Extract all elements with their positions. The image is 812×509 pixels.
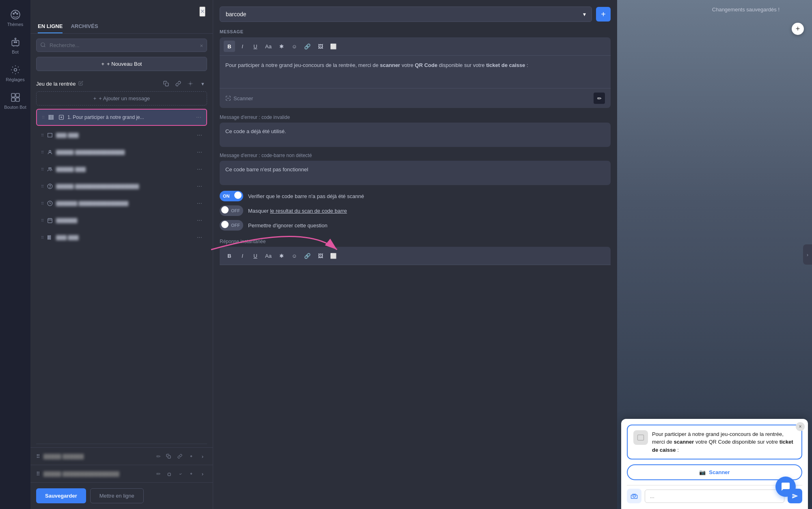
r-underline-button[interactable]: U bbox=[250, 250, 261, 261]
toggle2-switch[interactable]: OFF bbox=[220, 205, 243, 216]
panel-close-button[interactable]: × bbox=[199, 6, 205, 17]
tab-online[interactable]: EN LIGNE bbox=[38, 20, 63, 33]
toggle1-switch[interactable]: ON bbox=[220, 191, 243, 201]
item-menu-icon[interactable]: ··· bbox=[197, 183, 202, 190]
r-image-button[interactable]: 🖼 bbox=[315, 250, 326, 261]
item-menu-icon[interactable]: ··· bbox=[196, 114, 201, 121]
chevron-right-icon2[interactable]: › bbox=[198, 469, 207, 478]
copy-icon[interactable] bbox=[164, 452, 173, 461]
link-icon[interactable] bbox=[175, 452, 184, 461]
item-menu-icon[interactable]: ··· bbox=[197, 166, 202, 173]
link-icon[interactable] bbox=[174, 79, 183, 88]
add-message-button[interactable]: + + Ajouter un message bbox=[36, 91, 207, 106]
message-item-active[interactable]: ⠿ 1. Pour participer à notre grand je...… bbox=[36, 109, 207, 126]
chevron-down-icon[interactable]: ▾ bbox=[198, 79, 207, 88]
preview-camera-button[interactable] bbox=[627, 489, 641, 503]
svg-point-3 bbox=[16, 13, 17, 14]
list-item[interactable]: ⠿ ▓▓▓ ▓▓▓ ··· bbox=[36, 127, 207, 143]
new-bot-button[interactable]: + + Nouveau Bot bbox=[36, 57, 207, 71]
panel-footer: Sauvegarder Mettre en ligne bbox=[30, 482, 213, 509]
item-menu-icon[interactable]: ··· bbox=[197, 149, 202, 156]
item-menu-icon[interactable]: ··· bbox=[197, 200, 202, 207]
list-item[interactable]: ⠿ ▓▓▓▓▓▓ ▓▓▓▓▓▓▓▓▓▓▓▓▓▓ ··· bbox=[36, 196, 207, 211]
media-button[interactable]: ⬜ bbox=[328, 41, 339, 52]
edit-icon[interactable]: ✏ bbox=[156, 471, 161, 477]
chat-bubble-button[interactable] bbox=[775, 477, 796, 497]
chevron-right-icon[interactable]: › bbox=[198, 452, 207, 461]
edit-icon[interactable] bbox=[78, 81, 83, 87]
preview-text-input[interactable] bbox=[645, 490, 784, 503]
list-item[interactable]: ⠿ ▓▓▓▓▓▓ ··· bbox=[36, 213, 207, 228]
sub-panel-item-2[interactable]: ⠿ ▓▓▓▓▓ ▓▓▓▓▓▓▓▓▓▓▓▓▓▓▓▓ ✏ › bbox=[30, 465, 213, 482]
item-menu-icon[interactable]: ··· bbox=[197, 234, 202, 241]
error1-box[interactable]: Ce code a déjà été utilisé. bbox=[220, 123, 611, 147]
panel-tabs: EN LIGNE ARCHIVÉS bbox=[30, 20, 213, 34]
publish-button[interactable]: Mettre en ligne bbox=[90, 488, 144, 503]
sidebar-item-reglages[interactable]: Réglages bbox=[0, 59, 30, 87]
preview-close-button[interactable]: × bbox=[796, 422, 805, 431]
barcode-select[interactable]: barcode ▾ bbox=[220, 6, 592, 22]
drag-handle: ⠿ bbox=[36, 471, 40, 477]
r-emoji-button[interactable]: ☺ bbox=[289, 250, 300, 261]
r-link-button[interactable]: 🔗 bbox=[302, 250, 313, 261]
edit-icon[interactable]: ✏ bbox=[156, 453, 161, 459]
toggle2-row: OFF Masquer le resultat du scan de code … bbox=[220, 205, 611, 216]
font-size-button[interactable]: Aa bbox=[263, 41, 274, 52]
settings-small-icon2[interactable] bbox=[187, 469, 196, 478]
italic-button[interactable]: I bbox=[237, 41, 248, 52]
list-item[interactable]: ⠿ ▓▓▓ ▓▓▓ ··· bbox=[36, 230, 207, 245]
divider bbox=[36, 444, 207, 444]
r-bold-button[interactable]: B bbox=[224, 250, 235, 261]
link-button[interactable]: 🔗 bbox=[302, 41, 313, 52]
svg-point-13 bbox=[41, 43, 45, 46]
toggle3-switch[interactable]: OFF bbox=[220, 220, 243, 231]
search-clear-icon[interactable]: × bbox=[200, 42, 203, 48]
error2-box[interactable]: Ce code barre n'est pas fonctionnel bbox=[220, 161, 611, 185]
settings-small-icon[interactable] bbox=[187, 452, 196, 461]
underline-button[interactable]: U bbox=[250, 41, 261, 52]
svg-rect-30 bbox=[48, 235, 48, 239]
list-item[interactable]: ⠿ ▓▓▓▓▓ ▓▓▓ ··· bbox=[36, 162, 207, 177]
section-actions: ▾ bbox=[162, 79, 207, 88]
r-italic-button[interactable]: I bbox=[237, 250, 248, 261]
bold-button[interactable]: B bbox=[224, 41, 235, 52]
editor-body[interactable]: Pour participer à notre grand jeu-concou… bbox=[220, 56, 611, 88]
preview-scanner-button[interactable]: 📷 Scanner bbox=[627, 464, 802, 480]
item-menu-icon[interactable]: ··· bbox=[197, 217, 202, 224]
copy-icon[interactable] bbox=[162, 79, 171, 88]
icon-sidebar: Thèmes Bot Réglages bbox=[0, 0, 30, 509]
sidebar-item-bot[interactable]: Bot bbox=[0, 32, 30, 59]
svg-rect-31 bbox=[49, 235, 50, 239]
scanner-text: Scanner bbox=[233, 95, 253, 101]
emoji-button[interactable]: ☺ bbox=[289, 41, 300, 52]
add-icon: + bbox=[93, 95, 97, 101]
scanner-edit-button[interactable]: ✏ bbox=[594, 93, 605, 104]
r-media-button[interactable]: ⬜ bbox=[328, 250, 339, 261]
barcode-add-button[interactable]: + bbox=[596, 7, 611, 22]
sub-panel-item-1[interactable]: ⠿ ▓▓▓▓▓ ▓▓▓▓▓▓ ✏ › bbox=[30, 447, 213, 465]
copy-icon[interactable] bbox=[164, 469, 173, 478]
svg-rect-9 bbox=[11, 93, 15, 97]
item-menu-icon[interactable]: ··· bbox=[197, 132, 202, 139]
r-variable-button[interactable]: ✱ bbox=[276, 250, 287, 261]
list-item[interactable]: ⠿ ▓▓▓▓▓ ▓▓▓▓▓▓▓▓▓▓▓▓▓▓ ··· bbox=[36, 145, 207, 160]
preview-message-bubble: Pour participer à notre grand jeu-concou… bbox=[627, 425, 802, 460]
drag-handle: ⠿ bbox=[36, 453, 40, 459]
search-input[interactable] bbox=[36, 39, 207, 52]
r-fontsize-button[interactable]: Aa bbox=[263, 250, 274, 261]
variable-button[interactable]: ✱ bbox=[276, 41, 287, 52]
list-item[interactable]: ⠿ ▓▓▓▓▓ ▓▓▓▓▓▓▓▓▓▓▓▓▓▓▓▓▓▓ ··· bbox=[36, 179, 207, 194]
sidebar-item-bouton-bot[interactable]: Bouton Bot bbox=[0, 87, 30, 114]
save-button[interactable]: Sauvegarder bbox=[36, 488, 86, 503]
message-list: ⠿ 1. Pour participer à notre grand je...… bbox=[30, 109, 213, 440]
palette-icon bbox=[10, 9, 21, 20]
link-icon[interactable] bbox=[175, 469, 184, 478]
preview-expand-button[interactable]: › bbox=[803, 244, 812, 265]
sidebar-item-themes[interactable]: Thèmes bbox=[0, 4, 30, 32]
robot-icon bbox=[10, 37, 21, 48]
preview-add-button[interactable]: + bbox=[792, 23, 804, 35]
bouton-bot-label: Bouton Bot bbox=[4, 105, 26, 110]
image-button[interactable]: 🖼 bbox=[315, 41, 326, 52]
settings-icon[interactable] bbox=[186, 79, 195, 88]
tab-archived[interactable]: ARCHIVÉS bbox=[71, 20, 98, 33]
